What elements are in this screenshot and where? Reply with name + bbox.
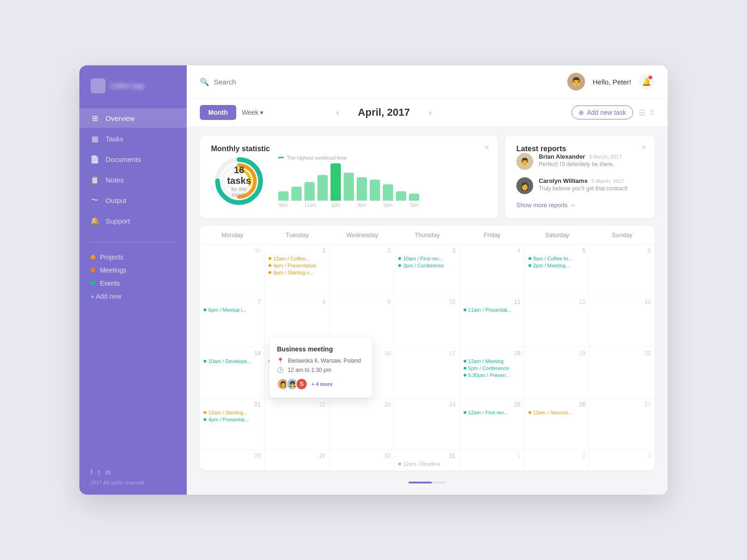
calendar-cell[interactable]: 1812am / Meeting5pm / Conference5:30pm /… <box>460 347 525 399</box>
calendar-event[interactable]: 12am / Second... <box>529 410 585 415</box>
calendar-cell[interactable]: 20 <box>590 347 655 399</box>
calendar-cell[interactable]: 28 <box>200 450 265 470</box>
calendar-cell[interactable]: 10 <box>395 296 459 347</box>
month-view-button[interactable]: Month <box>200 105 236 120</box>
event-dot <box>398 264 401 267</box>
calendar-cell[interactable]: 1410am / Develope... <box>200 347 265 399</box>
calendar-event[interactable]: 9am / Coffee br... <box>529 256 585 261</box>
bar-x-label <box>317 203 328 208</box>
scroll-indicator <box>409 482 446 483</box>
overview-icon: ⊞ <box>91 114 99 122</box>
next-month-button[interactable]: › <box>429 108 431 118</box>
social-icons: f t in <box>91 469 176 476</box>
week-view-button[interactable]: Week ▾ <box>242 109 263 116</box>
calendar-event[interactable]: 12am / Deadline <box>398 461 455 467</box>
sidebar-item-notes[interactable]: 📋 Notes <box>79 170 187 189</box>
twitter-icon[interactable]: t <box>98 469 100 476</box>
calendar-cell[interactable]: 59am / Coffee br...2pm / Meeting... <box>525 245 590 296</box>
calendar-event[interactable]: 6pm / Starting n... <box>268 270 325 275</box>
calendar-cell[interactable]: 30 <box>200 245 265 296</box>
sidebar-item-overview[interactable]: ⊞ Overview <box>79 108 187 128</box>
calendar-cell[interactable]: 2 <box>525 450 590 470</box>
calendar-cell[interactable]: 24 <box>395 399 459 450</box>
calendar-event[interactable]: 11am / Presentat... <box>464 307 521 313</box>
notification-bell[interactable]: 🔔 <box>639 74 655 90</box>
calendar-cell[interactable]: 3112am / Deadline <box>395 450 459 470</box>
calendar-cell[interactable]: 310am / First rev...2pm / Conference <box>395 245 459 296</box>
linkedin-icon[interactable]: in <box>106 469 111 476</box>
calendar-event[interactable]: 5pm / Conference <box>464 365 521 371</box>
bar <box>357 177 367 201</box>
calendar-cell[interactable]: 2612am / Second... <box>525 399 590 450</box>
calendar-cell[interactable]: 17 <box>395 347 459 399</box>
sidebar-item-documents[interactable]: 📄 Documents <box>79 149 187 169</box>
calendar-event[interactable]: 5:30pm / Presen... <box>464 372 521 378</box>
add-new-task-button[interactable]: ⊕ Add new task <box>571 105 633 119</box>
cal-date-number: 23 <box>333 401 390 408</box>
calendar-cell[interactable]: 1 <box>460 450 525 470</box>
calendar-cell[interactable]: 2512am / First rev... <box>460 399 525 450</box>
sidebar-footer: f t in 2017 All rights reserved <box>79 459 187 495</box>
calendar-event[interactable]: 12am / First rev... <box>464 410 521 415</box>
add-new-button[interactable]: + Add new <box>79 293 187 300</box>
bar <box>383 184 393 201</box>
calendar-cell[interactable]: 12 <box>525 296 590 347</box>
cal-date-number: 7 <box>204 299 261 305</box>
list-view-icon[interactable]: ☰ <box>639 108 645 117</box>
calendar-cell[interactable]: 29 <box>265 450 330 470</box>
event-text: 12am / Deadline <box>403 461 440 467</box>
header-right: 👨 Hello, Peter! 🔔 <box>567 73 655 91</box>
grid-view-icon[interactable]: ⠿ <box>649 108 655 117</box>
sidebar-item-output[interactable]: 〜 Output <box>79 190 187 210</box>
event-text: 10am / Develope... <box>208 358 251 364</box>
facebook-icon[interactable]: f <box>91 469 92 476</box>
search-input[interactable] <box>214 78 307 86</box>
calendar-cell[interactable]: 1512am / Business... Business meeting 📍 … <box>265 347 330 399</box>
calendar-event[interactable]: 2pm / Meeting... <box>529 263 585 268</box>
sidebar-label-support: Support <box>106 217 130 225</box>
category-meetings[interactable]: Meetings <box>91 266 176 274</box>
calendar-event[interactable]: 4pm / Presentation <box>268 263 325 268</box>
notes-icon: 📋 <box>91 175 99 184</box>
calendar-cell[interactable]: 4 <box>460 245 525 296</box>
calendar-cell[interactable]: 19 <box>525 347 590 399</box>
calendar-event[interactable]: 2pm / Conference <box>398 263 455 268</box>
calendar-event[interactable]: 12am / Coffee... <box>268 256 325 261</box>
event-text: 12am / Coffee... <box>273 256 310 261</box>
calendar-event[interactable]: 10am / Develope... <box>204 358 261 364</box>
calendar-cell[interactable]: 112am / Coffee...4pm / Presentation6pm /… <box>265 245 330 296</box>
category-projects[interactable]: Projects <box>91 253 176 261</box>
prev-month-button[interactable]: ‹ <box>336 108 339 118</box>
show-more-reports[interactable]: Show more reports → <box>516 202 643 209</box>
calendar-grid: 30112am / Coffee...4pm / Presentation6pm… <box>200 245 655 470</box>
calendar-cell[interactable]: 2112am / Starting...4pm / Presentat... <box>200 399 265 450</box>
calendar-cell[interactable]: 30 <box>330 450 395 470</box>
calendar-event[interactable]: 12am / Starting... <box>204 410 261 415</box>
calendar-cell[interactable]: 13 <box>590 296 655 347</box>
calendar-event[interactable]: 4pm / Presentat... <box>204 417 261 422</box>
reports-close[interactable]: × <box>641 143 646 153</box>
sidebar-item-support[interactable]: 🔔 Support <box>79 211 187 231</box>
calendar-cell[interactable]: 23 <box>330 399 395 450</box>
calendar-cell[interactable]: 6 <box>590 245 655 296</box>
brian-avatar: 👨 <box>516 153 533 170</box>
popup-more-count[interactable]: + 4 more <box>311 381 333 387</box>
bar-chart <box>278 163 486 201</box>
calendar-cell[interactable]: 22 <box>265 399 330 450</box>
calendar-cell[interactable]: 76pm / Meetup i... <box>200 296 265 347</box>
sidebar-item-tasks[interactable]: ▦ Tasks <box>79 129 187 148</box>
monthly-stat-close[interactable]: × <box>484 143 489 153</box>
calendar-event[interactable]: 6pm / Meetup i... <box>204 307 261 313</box>
cal-date-number: 17 <box>398 350 455 357</box>
bar <box>304 182 315 201</box>
calendar-event[interactable]: 10am / First rev... <box>398 256 455 261</box>
category-events[interactable]: Events <box>91 280 176 287</box>
calendar-event[interactable]: 12am / Meeting <box>464 358 521 364</box>
calendar-cell[interactable]: 1111am / Presentat... <box>460 296 525 347</box>
calendar-cell[interactable]: 27 <box>590 399 655 450</box>
calendar-cell[interactable]: 3 <box>590 450 655 470</box>
toolbar: Month Week ▾ ‹ April, 2017 › ⊕ Add new t… <box>187 98 668 127</box>
report-item-1: 👨 Brian Alexander 3 March, 2017 Perfect!… <box>516 153 643 170</box>
sidebar: Calleri App ⊞ Overview ▦ Tasks 📄 Documen… <box>79 65 187 495</box>
calendar-cell[interactable]: 2 <box>330 245 395 296</box>
